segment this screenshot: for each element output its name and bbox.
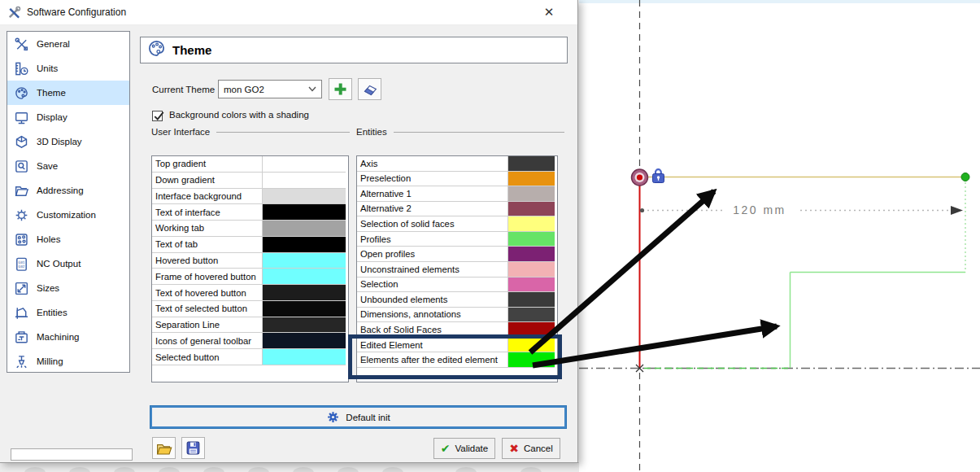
close-icon[interactable]: ✕ bbox=[535, 2, 563, 22]
theme-color-row-text-of-hovered-button[interactable]: Text of hovered button bbox=[152, 285, 348, 301]
sidebar-item-display[interactable]: Display bbox=[7, 105, 129, 129]
sidebar-item-theme[interactable]: Theme bbox=[7, 81, 129, 105]
color-swatch[interactable] bbox=[263, 253, 346, 269]
theme-color-row-text-of-selected-button[interactable]: Text of selected button bbox=[152, 301, 348, 317]
sidebar-item-nc-output[interactable]: G01G02NC Output bbox=[7, 251, 129, 276]
sidebar-item-label: Customization bbox=[37, 210, 96, 220]
dialog-titlebar[interactable]: Software Configuration ✕ bbox=[0, 0, 577, 25]
chevron-down-icon bbox=[308, 86, 316, 92]
color-swatch[interactable] bbox=[508, 292, 555, 308]
sidebar-item-general[interactable]: General bbox=[7, 32, 129, 56]
theme-color-row-down-gradient[interactable]: Down gradient bbox=[152, 173, 348, 189]
add-theme-button[interactable] bbox=[329, 78, 352, 100]
theme-color-row-interface-background[interactable]: Interface background bbox=[152, 189, 348, 205]
background-icon-top bbox=[69, 467, 90, 472]
sidebar-item-label: Save bbox=[37, 161, 58, 171]
open-theme-button[interactable] bbox=[152, 437, 176, 459]
theme-color-row-edited-element[interactable]: Edited Element bbox=[357, 338, 557, 353]
theme-color-row-elements-after-the-edited-element[interactable]: Elements after the edited element bbox=[357, 352, 557, 368]
sidebar-item-units[interactable]: Units bbox=[7, 56, 129, 81]
theme-color-row-alternative-2[interactable]: Alternative 2 bbox=[357, 202, 557, 217]
theme-color-row-selection[interactable]: Selection bbox=[357, 278, 557, 293]
save-theme-button[interactable] bbox=[181, 437, 205, 459]
color-swatch[interactable] bbox=[263, 269, 346, 285]
default-init-label: Default init bbox=[346, 413, 390, 422]
current-theme-value: mon GO2 bbox=[224, 85, 264, 94]
color-row-label: Text of interface bbox=[152, 204, 263, 221]
cube-3d-icon bbox=[13, 133, 29, 150]
default-init-button[interactable]: Default init bbox=[150, 406, 566, 428]
color-swatch[interactable] bbox=[508, 278, 555, 293]
validate-label: Validate bbox=[455, 444, 489, 453]
delete-theme-button[interactable] bbox=[358, 78, 381, 100]
color-swatch[interactable] bbox=[263, 156, 346, 173]
color-swatch[interactable] bbox=[508, 247, 555, 262]
sidebar-item-3d-display[interactable]: 3D Display bbox=[7, 129, 129, 154]
color-row-label: Text of selected button bbox=[152, 301, 263, 317]
color-swatch[interactable] bbox=[508, 232, 555, 247]
theme-color-row-frame-of-hovered-button[interactable]: Frame of hovered button bbox=[152, 269, 348, 285]
color-swatch[interactable] bbox=[508, 352, 555, 368]
color-swatch[interactable] bbox=[263, 221, 346, 237]
color-swatch[interactable] bbox=[508, 172, 555, 187]
sidebar-item-milling[interactable]: Milling bbox=[7, 349, 129, 373]
color-swatch[interactable] bbox=[263, 349, 346, 365]
color-swatch[interactable] bbox=[263, 333, 346, 349]
color-swatch[interactable] bbox=[508, 202, 555, 217]
theme-color-row-text-of-interface[interactable]: Text of interface bbox=[152, 204, 348, 221]
theme-color-row-alternative-1[interactable]: Alternative 1 bbox=[357, 186, 557, 202]
color-swatch[interactable] bbox=[263, 237, 346, 253]
sidebar-item-sizes[interactable]: Sizes bbox=[7, 276, 129, 300]
sidebar-item-addressing[interactable]: Addressing bbox=[7, 178, 129, 203]
open-folder-icon bbox=[13, 182, 29, 199]
theme-color-row-profiles[interactable]: Profiles bbox=[357, 232, 557, 247]
theme-color-row-selected-button[interactable]: Selected button bbox=[152, 349, 348, 365]
current-theme-select[interactable]: mon GO2 bbox=[218, 80, 322, 98]
theme-color-row-top-gradient[interactable]: Top gradient bbox=[152, 156, 348, 173]
color-row-label: Text of tab bbox=[152, 237, 263, 253]
color-swatch[interactable] bbox=[508, 186, 555, 202]
color-swatch[interactable] bbox=[508, 216, 555, 232]
theme-color-row-text-of-tab[interactable]: Text of tab bbox=[152, 237, 348, 253]
validate-button[interactable]: ✔ Validate bbox=[433, 438, 495, 459]
sidebar-item-holes[interactable]: Holes bbox=[7, 227, 129, 251]
color-swatch[interactable] bbox=[508, 338, 555, 353]
sidebar-item-label: Holes bbox=[37, 234, 60, 244]
group-title-user-interface: User Interface bbox=[151, 127, 350, 137]
theme-color-row-unconstrained-elements[interactable]: Unconstrained elements bbox=[357, 262, 557, 278]
color-swatch[interactable] bbox=[263, 173, 346, 189]
theme-color-row-hovered-button[interactable]: Hovered button bbox=[152, 253, 348, 269]
sidebar-item-customization[interactable]: Customization bbox=[7, 203, 129, 227]
theme-color-row-axis[interactable]: Axis bbox=[357, 156, 557, 172]
theme-color-row-separation-line[interactable]: Separation Line bbox=[152, 317, 348, 334]
shading-checkbox[interactable] bbox=[152, 111, 163, 121]
check-icon: ✔ bbox=[441, 442, 451, 455]
color-swatch[interactable] bbox=[508, 262, 555, 278]
color-swatch[interactable] bbox=[263, 285, 346, 301]
sidebar-item-entities[interactable]: Entities bbox=[7, 300, 129, 325]
cancel-button[interactable]: ✖ Cancel bbox=[502, 438, 560, 459]
endpoint-green-dot[interactable] bbox=[961, 173, 969, 181]
entities-icon bbox=[13, 304, 29, 321]
theme-color-row-open-profiles[interactable]: Open profiles bbox=[357, 247, 557, 262]
dimension-label[interactable]: 120 mm bbox=[733, 203, 786, 216]
color-swatch[interactable] bbox=[508, 308, 555, 323]
color-swatch[interactable] bbox=[263, 204, 346, 221]
theme-color-row-icons-of-general-toolbar[interactable]: Icons of general toolbar bbox=[152, 333, 348, 349]
theme-color-row-working-tab[interactable]: Working tab bbox=[152, 221, 348, 237]
color-swatch[interactable] bbox=[263, 189, 346, 205]
color-swatch[interactable] bbox=[263, 301, 346, 317]
color-swatch[interactable] bbox=[508, 156, 555, 172]
lock-icon[interactable] bbox=[653, 169, 664, 182]
theme-color-row-dimensions-annotations[interactable]: Dimensions, annotations bbox=[357, 308, 557, 323]
sidebar-item-label: Display bbox=[37, 112, 68, 122]
sidebar-item-machining[interactable]: Machining bbox=[7, 325, 129, 349]
theme-color-row-preselection[interactable]: Preselection bbox=[357, 172, 557, 187]
sidebar-item-save[interactable]: Save bbox=[7, 154, 129, 178]
theme-color-row-selection-of-solid-faces[interactable]: Selection of solid faces bbox=[357, 216, 557, 232]
color-swatch[interactable] bbox=[508, 322, 555, 338]
theme-color-row-back-of-solid-faces[interactable]: Back of Solid Faces bbox=[357, 322, 557, 338]
background-icon-top bbox=[455, 467, 477, 472]
theme-color-row-unbounded-elements[interactable]: Unbounded elements bbox=[357, 292, 557, 308]
color-swatch[interactable] bbox=[263, 317, 346, 334]
